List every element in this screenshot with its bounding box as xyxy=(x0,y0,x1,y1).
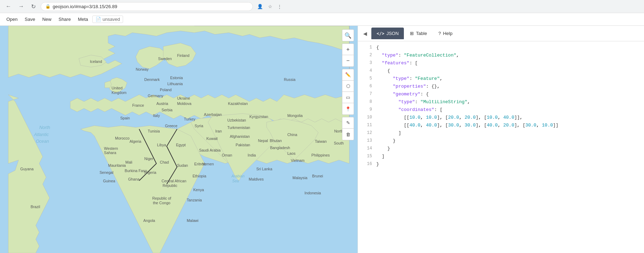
svg-text:Italy: Italy xyxy=(153,113,160,118)
share-button[interactable]: Share xyxy=(56,15,74,23)
tab-help[interactable]: ? Help xyxy=(433,28,458,39)
svg-text:Sahara: Sahara xyxy=(104,151,116,155)
svg-text:France: France xyxy=(132,103,144,107)
draw-polygon-button[interactable]: ⬡ xyxy=(342,81,354,92)
right-panel: ◀ </> JSON ⊞ Table ? Help 1 { 2 xyxy=(358,26,644,253)
url-text: geojson.io/#map=3/18.15/26.89 xyxy=(53,4,117,9)
collapse-button[interactable]: ◀ xyxy=(361,26,369,41)
json-line-7: 7 "geometry": { xyxy=(358,91,644,99)
app-toolbar: Open Save New Share Meta 📄 unsaved xyxy=(0,13,644,26)
zoom-in-button[interactable]: + xyxy=(342,44,354,55)
svg-text:Vietnam: Vietnam xyxy=(291,158,304,163)
panel-tabs: ◀ </> JSON ⊞ Table ? Help xyxy=(358,26,644,41)
trash-button[interactable]: 🗑 xyxy=(342,129,354,140)
svg-text:India: India xyxy=(248,153,256,157)
svg-text:Brazil: Brazil xyxy=(31,205,40,209)
open-button[interactable]: Open xyxy=(4,15,21,23)
json-tab-label: JSON xyxy=(387,31,399,36)
svg-text:Spain: Spain xyxy=(120,116,130,120)
svg-text:Syria: Syria xyxy=(195,124,203,128)
svg-text:Guyana: Guyana xyxy=(20,167,34,171)
svg-text:Saudi Arabia: Saudi Arabia xyxy=(199,148,221,152)
svg-text:Serbia: Serbia xyxy=(162,108,173,112)
bookmark-icon[interactable]: ☆ xyxy=(267,3,274,10)
svg-text:Turkey: Turkey xyxy=(184,117,196,121)
svg-text:Sudan: Sudan xyxy=(177,163,188,167)
svg-text:Ukraine: Ukraine xyxy=(177,96,190,100)
svg-text:Sri Lanka: Sri Lanka xyxy=(256,167,272,171)
svg-text:Poland: Poland xyxy=(160,88,172,92)
edit-controls: ✎ 🗑 xyxy=(342,117,354,140)
draw-point-button[interactable]: 📍 xyxy=(342,103,354,114)
svg-text:Kuwait: Kuwait xyxy=(206,136,217,141)
unsaved-badge[interactable]: 📄 unsaved xyxy=(92,16,123,23)
svg-text:Oman: Oman xyxy=(222,153,232,157)
draw-rect-button[interactable]: ▭ xyxy=(342,92,354,103)
svg-text:Bangladesh: Bangladesh xyxy=(270,146,290,150)
svg-text:Guinea: Guinea xyxy=(103,179,115,183)
svg-text:Arabian: Arabian xyxy=(231,174,245,178)
json-line-15: 15 ] xyxy=(358,153,644,161)
svg-text:Mali: Mali xyxy=(125,160,132,164)
svg-text:Western: Western xyxy=(104,146,118,151)
save-button[interactable]: Save xyxy=(22,15,38,23)
svg-text:Morocco: Morocco xyxy=(115,136,129,140)
svg-text:Greece: Greece xyxy=(165,124,178,128)
svg-text:Turkmenistan: Turkmenistan xyxy=(227,125,250,130)
svg-text:Afghanistan: Afghanistan xyxy=(230,134,250,139)
svg-text:Mongolia: Mongolia xyxy=(287,113,302,118)
svg-text:Finland: Finland xyxy=(177,53,190,58)
json-line-14: 14 } xyxy=(358,145,644,153)
help-tab-label: Help xyxy=(443,31,453,36)
map-svg: Iceland Norway Sweden Finland Denmark Es… xyxy=(0,26,358,253)
table-icon: ⊞ xyxy=(410,31,414,36)
tab-json[interactable]: </> JSON xyxy=(371,28,404,39)
svg-text:Senegal: Senegal xyxy=(99,170,113,175)
svg-text:Nepal: Nepal xyxy=(258,139,268,143)
address-bar[interactable]: 🔒 geojson.io/#map=3/18.15/26.89 xyxy=(41,2,253,11)
edit-button[interactable]: ✎ xyxy=(342,117,354,129)
meta-button[interactable]: Meta xyxy=(75,15,91,23)
svg-text:Burkina Faso: Burkina Faso xyxy=(125,169,147,173)
json-line-13: 13 } xyxy=(358,137,644,145)
svg-text:Denmark: Denmark xyxy=(144,77,160,82)
svg-text:Kyrgyzstan: Kyrgyzstan xyxy=(249,114,268,119)
svg-text:Russia: Russia xyxy=(284,77,296,82)
json-line-16: 16 } xyxy=(358,161,644,169)
svg-text:Maldives: Maldives xyxy=(249,177,263,181)
svg-text:Bhutan: Bhutan xyxy=(270,139,282,143)
svg-text:Pakistan: Pakistan xyxy=(236,143,250,147)
forward-button[interactable]: → xyxy=(16,2,26,10)
svg-text:Ghana: Ghana xyxy=(128,177,139,181)
json-line-3: 3 "features": [ xyxy=(358,60,644,67)
svg-text:Moldova: Moldova xyxy=(177,101,192,106)
doc-icon: 📄 xyxy=(95,17,101,22)
json-line-9: 9 "coordinates": [ xyxy=(358,106,644,114)
map-area[interactable]: Iceland Norway Sweden Finland Denmark Es… xyxy=(0,26,358,253)
new-button[interactable]: New xyxy=(39,15,54,23)
tab-table[interactable]: ⊞ Table xyxy=(405,28,432,39)
svg-text:Brunei: Brunei xyxy=(312,174,323,178)
lock-icon: 🔒 xyxy=(45,4,51,9)
svg-text:Sea: Sea xyxy=(232,179,239,183)
svg-text:Malaysia: Malaysia xyxy=(292,176,307,180)
draw-line-button[interactable]: ✏️ xyxy=(342,69,354,81)
zoom-out-button[interactable]: − xyxy=(342,55,354,66)
svg-text:Algeria: Algeria xyxy=(129,139,141,143)
menu-icon[interactable]: ⋮ xyxy=(276,3,283,10)
json-line-6: 6 "properties": {}, xyxy=(358,83,644,91)
svg-text:Estonia: Estonia xyxy=(170,76,183,80)
back-button[interactable]: ← xyxy=(4,2,13,10)
json-editor[interactable]: 1 { 2 "type": "FeatureCollection", 3 "fe… xyxy=(358,41,644,253)
svg-text:Sweden: Sweden xyxy=(158,57,172,61)
svg-text:Azerbaijan: Azerbaijan xyxy=(204,112,222,117)
svg-text:Iceland: Iceland xyxy=(90,59,102,64)
search-button[interactable]: 🔍 xyxy=(342,30,354,41)
svg-text:China: China xyxy=(287,133,297,137)
svg-text:Austria: Austria xyxy=(156,101,168,106)
profile-icon[interactable]: 👤 xyxy=(256,3,265,10)
browser-icons: 👤 ☆ ⋮ xyxy=(256,3,283,10)
svg-text:the Congo: the Congo xyxy=(153,201,170,205)
reload-button[interactable]: ↻ xyxy=(29,2,38,11)
json-line-12: 12 ] xyxy=(358,130,644,137)
